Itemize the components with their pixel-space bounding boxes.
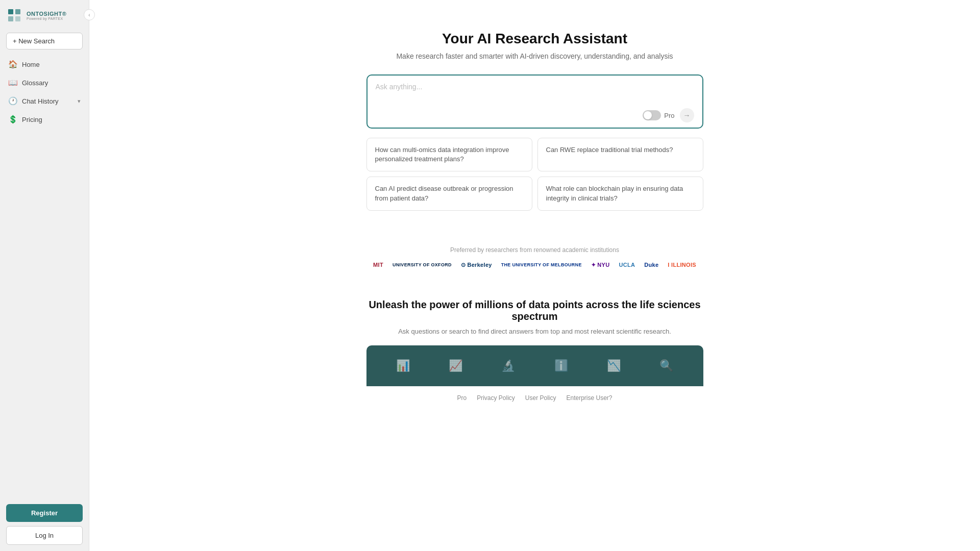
sidebar-item-chat-history[interactable]: 🕐 Chat History ▾ (3, 92, 86, 110)
sidebar: ONTOSIGHT® Powered by PARTEX ‹ + New Sea… (0, 0, 89, 551)
logo-subtitle: Powered by PARTEX (27, 17, 66, 20)
sidebar-navigation: 🏠 Home 📖 Glossary 🕐 Chat History ▾ 💲 Pri… (0, 56, 89, 128)
sidebar-item-home[interactable]: 🏠 Home (3, 56, 86, 73)
suggestion-text-3: Can AI predict disease outbreak or progr… (375, 185, 513, 202)
oxford-logo: UNIVERSITY OF OXFORD (393, 262, 452, 267)
suggestions-grid: How can multi-omics data integration imp… (366, 138, 703, 211)
suggestion-text-1: How can multi-omics data integration imp… (375, 146, 509, 163)
footer-link-user-policy[interactable]: User Policy (525, 394, 556, 402)
illinois-logo: I ILLINOIS (668, 262, 696, 268)
hero-section: Your AI Research Assistant Make research… (356, 0, 714, 246)
power-section: Unleash the power of millions of data po… (356, 289, 714, 386)
svg-rect-3 (15, 16, 20, 21)
ucla-logo: UCLA (619, 262, 635, 268)
home-icon: 🏠 (8, 60, 18, 69)
hero-subtitle: Make research faster and smarter with AI… (396, 52, 673, 60)
power-icon-2: 📈 (449, 359, 462, 372)
chat-history-icon: 🕐 (8, 96, 18, 106)
main-content: Your AI Research Assistant Make research… (89, 0, 980, 551)
ontosight-logo-icon (6, 7, 22, 23)
hero-title: Your AI Research Assistant (442, 31, 627, 47)
sidebar-bottom-actions: Register Log In (0, 498, 89, 551)
suggestion-text-2: Can RWE replace traditional trial method… (546, 146, 673, 154)
power-preview-bar: 📊 📈 🔬 ℹ️ 📉 🔍 (366, 345, 703, 386)
suggestion-text-4: What role can blockchain play in ensurin… (546, 185, 683, 202)
svg-rect-0 (8, 9, 13, 14)
page-footer: Pro Privacy Policy User Policy Enterpris… (89, 386, 980, 410)
power-subtitle: Ask questions or search to find direct a… (398, 328, 671, 335)
pro-toggle-switch[interactable] (643, 110, 661, 120)
register-button[interactable]: Register (6, 504, 83, 522)
institutions-section: Preferred by researchers from renowned a… (356, 246, 714, 289)
power-icon-6: 🔍 (659, 359, 673, 372)
svg-rect-2 (8, 16, 13, 21)
duke-logo: Duke (644, 262, 658, 268)
svg-rect-1 (15, 9, 20, 14)
search-box: Pro → (366, 74, 703, 129)
power-icon-1: 📊 (396, 359, 410, 372)
suggestion-card-3[interactable]: Can AI predict disease outbreak or progr… (366, 177, 532, 210)
power-icon-4: ℹ️ (554, 359, 568, 372)
search-submit-button[interactable]: → (680, 108, 694, 122)
new-search-button[interactable]: + New Search (6, 33, 83, 49)
pro-toggle-group: Pro (643, 110, 674, 120)
institutions-logos: MIT UNIVERSITY OF OXFORD ⊙ Berkeley THE … (373, 262, 696, 268)
search-footer: Pro → (376, 108, 694, 122)
chat-history-label: Chat History (22, 97, 74, 105)
glossary-label: Glossary (22, 79, 81, 87)
footer-link-privacy[interactable]: Privacy Policy (477, 394, 515, 402)
login-button[interactable]: Log In (6, 526, 83, 545)
toggle-knob (644, 111, 652, 119)
chat-history-chevron-icon: ▾ (78, 98, 81, 105)
glossary-icon: 📖 (8, 78, 18, 87)
logo-title: ONTOSIGHT® (27, 11, 66, 17)
footer-link-pro[interactable]: Pro (457, 394, 467, 402)
nyu-logo: ✦ NYU (591, 262, 610, 268)
sidebar-item-pricing[interactable]: 💲 Pricing (3, 111, 86, 128)
mit-logo: MIT (373, 262, 383, 268)
logo-area: ONTOSIGHT® Powered by PARTEX (0, 0, 89, 31)
power-icon-5: 📉 (607, 359, 621, 372)
melbourne-logo: THE UNIVERSITY OF MELBOURNE (501, 262, 582, 267)
suggestion-card-2[interactable]: Can RWE replace traditional trial method… (537, 138, 703, 171)
suggestion-card-4[interactable]: What role can blockchain play in ensurin… (537, 177, 703, 210)
pricing-icon: 💲 (8, 115, 18, 124)
footer-link-enterprise[interactable]: Enterprise User? (567, 394, 612, 402)
power-icon-3: 🔬 (501, 359, 515, 372)
institutions-label: Preferred by researchers from renowned a… (450, 246, 619, 254)
sidebar-item-glossary[interactable]: 📖 Glossary (3, 74, 86, 91)
berkeley-logo: ⊙ Berkeley (461, 262, 492, 268)
pro-label: Pro (664, 112, 674, 119)
sidebar-collapse-button[interactable]: ‹ (84, 9, 95, 20)
search-input[interactable] (376, 83, 694, 103)
home-label: Home (22, 61, 81, 68)
logo-text: ONTOSIGHT® Powered by PARTEX (27, 11, 66, 20)
power-title: Unleash the power of millions of data po… (366, 299, 703, 322)
pricing-label: Pricing (22, 116, 81, 123)
suggestion-card-1[interactable]: How can multi-omics data integration imp… (366, 138, 532, 171)
